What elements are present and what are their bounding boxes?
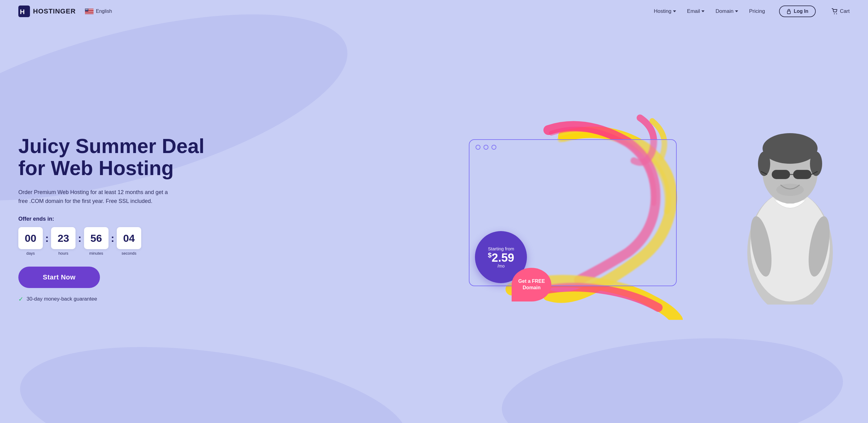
svg-rect-10 [85, 13, 94, 13]
svg-point-17 [85, 9, 86, 10]
countdown-colon-3: : [111, 232, 114, 244]
svg-point-19 [87, 9, 87, 10]
free-domain-tag: Get a FREE Domain [512, 268, 551, 302]
countdown-minutes-label: minutes [89, 251, 103, 256]
language-selector[interactable]: English [85, 8, 112, 14]
pricing-amount: $2.59 [488, 252, 514, 263]
start-now-button[interactable]: Start Now [18, 266, 100, 288]
countdown-minutes: 56 minutes [84, 227, 108, 256]
browser-dot-2 [484, 145, 488, 150]
countdown: 00 days : 23 hours : 56 minutes : 04 sec… [18, 227, 438, 256]
countdown-hours-box: 23 [51, 227, 75, 249]
navbar: H HOSTINGER English [0, 0, 868, 23]
svg-text:H: H [20, 8, 25, 16]
pricing-currency: $ [488, 251, 492, 259]
countdown-seconds-label: seconds [122, 251, 136, 256]
svg-point-13 [85, 9, 86, 9]
hero-right: Starting from $2.59 /mo Get a FREE Domai… [451, 130, 850, 308]
cart-button[interactable]: Cart [832, 8, 850, 15]
chevron-down-icon [673, 10, 676, 12]
countdown-days: 00 days [18, 227, 43, 256]
svg-point-27 [836, 13, 837, 15]
login-button[interactable]: Log In [776, 5, 816, 17]
svg-point-14 [86, 9, 86, 9]
svg-point-40 [776, 184, 804, 196]
nav-item-hosting[interactable]: Hosting [654, 8, 676, 15]
hero-person [724, 106, 856, 305]
svg-rect-9 [85, 12, 94, 12]
svg-point-23 [87, 9, 87, 9]
nav-item-email[interactable]: Email [687, 8, 705, 15]
svg-point-22 [86, 9, 87, 9]
svg-rect-35 [772, 170, 790, 179]
lock-icon [786, 8, 791, 14]
hostinger-logo-icon: H [18, 5, 30, 17]
countdown-colon-1: : [45, 232, 49, 244]
hero-section: Juicy Summer Deal for Web Hosting Order … [0, 23, 868, 421]
flag-icon [85, 8, 94, 14]
nav-item-pricing[interactable]: Pricing [749, 8, 765, 15]
hero-title: Juicy Summer Deal for Web Hosting [18, 135, 438, 179]
login-btn[interactable]: Log In [779, 5, 816, 17]
hero-subtitle: Order Premium Web Hosting for at least 1… [18, 188, 177, 206]
nav-links: Hosting Email Domain Pricing Log In [654, 5, 850, 17]
countdown-hours-label: hours [58, 251, 68, 256]
guarantee-badge: ✓ 30-day money-back guarantee [18, 295, 438, 303]
language-label: English [96, 8, 112, 14]
svg-point-24 [87, 9, 88, 9]
countdown-seconds: 04 seconds [117, 227, 141, 256]
countdown-days-label: days [26, 251, 34, 256]
chevron-down-icon [702, 10, 705, 12]
browser-dot-3 [492, 145, 496, 150]
logo-text: HOSTINGER [33, 7, 76, 15]
svg-point-33 [758, 151, 770, 176]
svg-point-26 [834, 13, 835, 15]
svg-point-15 [87, 9, 87, 9]
cart-icon [832, 8, 838, 15]
nav-item-domain[interactable]: Domain [715, 8, 738, 15]
pricing-period: /mo [498, 263, 505, 269]
svg-point-21 [86, 9, 86, 9]
countdown-colon-2: : [78, 232, 81, 244]
hero-left: Juicy Summer Deal for Web Hosting Order … [18, 135, 451, 303]
browser-dot-1 [475, 145, 480, 150]
svg-point-32 [763, 133, 817, 164]
countdown-days-box: 00 [18, 227, 43, 249]
offer-label: Offer ends in: [18, 216, 438, 222]
svg-point-18 [86, 9, 86, 10]
chevron-down-icon [735, 10, 738, 12]
svg-rect-11 [85, 14, 94, 15]
browser-dots [469, 140, 676, 154]
countdown-hours: 23 hours [51, 227, 75, 256]
pricing-from-label: Starting from [488, 246, 514, 251]
logo[interactable]: H HOSTINGER [18, 5, 76, 17]
svg-rect-25 [787, 11, 790, 14]
check-icon: ✓ [18, 295, 24, 303]
countdown-minutes-box: 56 [84, 227, 108, 249]
svg-rect-36 [793, 170, 811, 179]
countdown-seconds-box: 04 [117, 227, 141, 249]
